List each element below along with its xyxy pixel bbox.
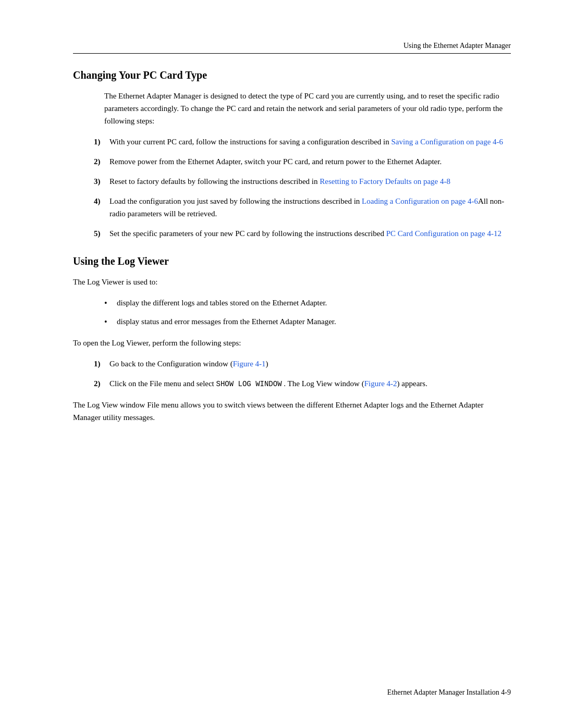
header-text: Using the Ethernet Adapter Manager <box>403 42 511 50</box>
log-step-2-num: 2) <box>94 377 103 390</box>
section2-closing: The Log View window File menu allows you… <box>73 399 511 424</box>
section1-title: Changing Your PC Card Type <box>73 69 511 81</box>
link-figure-4-2[interactable]: Figure 4-2 <box>364 379 397 388</box>
bullet-2: display status and error messages from t… <box>104 315 511 329</box>
monospace-show-log: SHOW LOG WINDOW <box>216 380 282 388</box>
section1-intro: The Ethernet Adapter Manager is designed… <box>104 90 511 127</box>
link-saving-config[interactable]: Saving a Configuration on page 4-6 <box>391 138 504 146</box>
link-figure-4-1[interactable]: Figure 4-1 <box>233 360 266 368</box>
section2-steps-intro: To open the Log Viewer, perform the foll… <box>73 337 511 349</box>
step-2-content: Remove power from the Ethernet Adapter, … <box>109 155 511 168</box>
page-header: Using the Ethernet Adapter Manager <box>73 42 511 54</box>
step-5: 5) Set the specific parameters of your n… <box>94 227 511 240</box>
section-log-viewer: Using the Log Viewer The Log Viewer is u… <box>73 255 511 424</box>
step-2: 2) Remove power from the Ethernet Adapte… <box>94 155 511 168</box>
step-4-num: 4) <box>94 195 103 220</box>
section1-steps: 1) With your current PC card, follow the… <box>94 135 511 240</box>
step-1-num: 1) <box>94 135 103 148</box>
footer-text: Ethernet Adapter Manager Installation 4-… <box>387 688 511 696</box>
bullet-1: display the different logs and tables st… <box>104 297 511 310</box>
log-step-2: 2) Click on the File menu and select SHO… <box>94 377 511 390</box>
step-5-content: Set the specific parameters of your new … <box>109 227 511 240</box>
link-loading-config[interactable]: Loading a Configuration on page 4-6 <box>362 197 478 205</box>
bullet-2-text: display status and error messages from t… <box>117 315 336 329</box>
step-4: 4) Load the configuration you just saved… <box>94 195 511 220</box>
step-4-content: Load the configuration you just saved by… <box>109 195 511 220</box>
link-pc-card-config[interactable]: PC Card Configuration on page 4-12 <box>386 229 501 238</box>
section2-intro: The Log Viewer is used to: <box>73 276 511 288</box>
step-2-num: 2) <box>94 155 103 168</box>
section-pc-card-type: Changing Your PC Card Type The Ethernet … <box>73 69 511 240</box>
log-step-1-content: Go back to the Configuration window (Fig… <box>109 357 511 370</box>
step-3-num: 3) <box>94 175 103 188</box>
page: Using the Ethernet Adapter Manager Chang… <box>0 0 563 728</box>
section2-steps: 1) Go back to the Configuration window (… <box>94 357 511 390</box>
step-5-num: 5) <box>94 227 103 240</box>
step-1: 1) With your current PC card, follow the… <box>94 135 511 148</box>
bullet-1-text: display the different logs and tables st… <box>117 297 327 310</box>
section2-title: Using the Log Viewer <box>73 255 511 267</box>
link-resetting-defaults[interactable]: Resetting to Factory Defaults on page 4-… <box>320 177 450 186</box>
section2-bullets: display the different logs and tables st… <box>104 297 511 328</box>
log-step-1: 1) Go back to the Configuration window (… <box>94 357 511 370</box>
step-1-content: With your current PC card, follow the in… <box>109 135 511 148</box>
step-3: 3) Reset to factory defaults by followin… <box>94 175 511 188</box>
step-3-content: Reset to factory defaults by following t… <box>109 175 511 188</box>
page-footer: Ethernet Adapter Manager Installation 4-… <box>387 688 511 697</box>
log-step-2-content: Click on the File menu and select SHOW L… <box>109 377 511 390</box>
log-step-1-num: 1) <box>94 357 103 370</box>
